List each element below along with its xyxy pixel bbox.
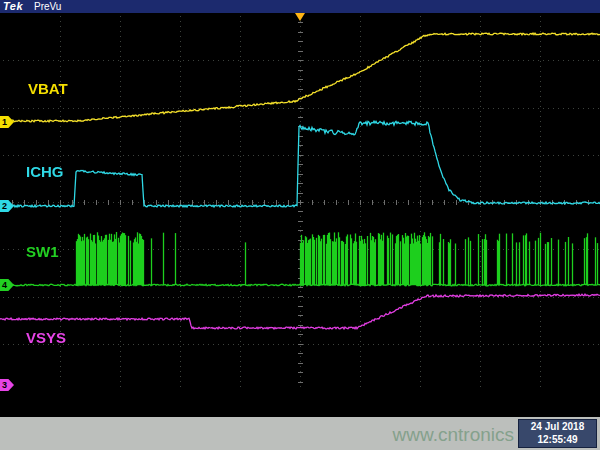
waveform-display: [0, 13, 600, 391]
bottom-status-bar: 1 2.00 V 2 1.00 A 3 2.00 V 4 5.00 V 10.0…: [0, 391, 600, 417]
footer-strip: www.cntronics 24 Jul 2018 12:55:49: [0, 417, 600, 450]
date-text: 24 Jul 2018: [531, 421, 584, 434]
ch2-trace-label: ICHG: [26, 163, 64, 180]
time-text: 12:55:49: [537, 434, 577, 447]
watermark-text: www.cntronics: [393, 424, 514, 446]
trigger-position-icon: [295, 13, 305, 21]
ch3-trace-label: VSYS: [26, 329, 66, 346]
top-status-bar: Tek PreVu: [0, 0, 600, 13]
datetime-box: 24 Jul 2018 12:55:49: [518, 419, 597, 448]
acquisition-mode-label: PreVu: [34, 1, 61, 12]
tek-logo: Tek: [3, 0, 23, 12]
oscilloscope-screen: Tek PreVu VBAT ICHG SW1 VSYS 1 2 4 3 1 2…: [0, 0, 600, 450]
ch4-trace-label: SW1: [26, 243, 59, 260]
ch1-trace-label: VBAT: [28, 80, 68, 97]
